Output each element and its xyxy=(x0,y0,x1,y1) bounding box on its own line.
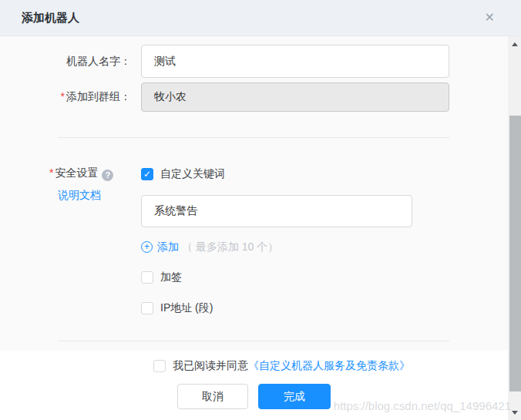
security-options-column: ✓ 自定义关键词 + 添加 （ 最多添加 10 个） 加签 IP地址 (段) xyxy=(141,166,412,316)
add-keyword-row: + 添加 （ 最多添加 10 个） xyxy=(141,240,412,254)
group-cell xyxy=(141,82,449,112)
plus-circle-icon[interactable]: + xyxy=(141,241,153,253)
button-row: 取消 完成 xyxy=(0,384,508,409)
agreement-text: 我已阅读并同意 xyxy=(173,359,248,373)
robot-name-input[interactable] xyxy=(141,45,449,78)
required-asterisk: * xyxy=(61,90,65,102)
dialog-footer: 我已阅读并同意 《自定义机器人服务及免责条款》 取消 完成 xyxy=(0,351,521,420)
done-button[interactable]: 完成 xyxy=(258,384,331,409)
keyword-checkbox-checked[interactable]: ✓ xyxy=(141,168,153,180)
help-question-icon[interactable]: ? xyxy=(102,170,113,181)
scrollbar-track[interactable] xyxy=(508,36,521,420)
add-keyword-hint: （ 最多添加 10 个） xyxy=(182,240,278,254)
cancel-button[interactable]: 取消 xyxy=(177,384,248,409)
ip-checkbox[interactable] xyxy=(141,302,153,314)
group-label: *添加到群组： xyxy=(0,90,131,104)
divider-top xyxy=(58,137,449,138)
sign-checkbox[interactable] xyxy=(141,271,153,284)
group-input xyxy=(141,82,449,112)
robot-name-label: 机器人名字： xyxy=(0,55,131,69)
scroll-up-button[interactable] xyxy=(508,38,521,50)
security-section: *安全设置? 说明文档 ✓ 自定义关键词 + 添加 （ 最多添加 10 个） 加 xyxy=(0,166,521,316)
robot-name-label-text: 机器人名字： xyxy=(66,55,131,67)
required-asterisk: * xyxy=(49,166,53,179)
keyword-checkbox-row[interactable]: ✓ 自定义关键词 xyxy=(141,166,412,182)
security-label: *安全设置? xyxy=(49,166,131,181)
dialog-header: 添加机器人 ✕ xyxy=(0,0,521,36)
agreement-terms-link[interactable]: 《自定义机器人服务及免责条款》 xyxy=(248,359,410,373)
security-label-text: 安全设置 xyxy=(55,166,98,179)
sign-checkbox-row[interactable]: 加签 xyxy=(141,270,412,285)
robot-name-cell xyxy=(141,45,449,78)
arrow-up-icon xyxy=(512,42,518,46)
keyword-checkbox-label: 自定义关键词 xyxy=(160,167,225,181)
sign-checkbox-label: 加签 xyxy=(160,270,182,284)
arrow-down-icon xyxy=(512,411,518,415)
doc-link[interactable]: 说明文档 xyxy=(58,189,101,203)
agreement-checkbox[interactable] xyxy=(153,360,166,372)
close-icon[interactable]: ✕ xyxy=(485,12,495,24)
keyword-input[interactable] xyxy=(141,195,412,227)
dialog-body: 机器人名字： *添加到群组： *安全设置? 说明文档 ✓ xyxy=(0,36,521,341)
dialog-title: 添加机器人 xyxy=(22,11,79,25)
add-keyword-link[interactable]: 添加 xyxy=(157,240,179,254)
divider-bottom xyxy=(58,341,449,341)
security-label-column: *安全设置? 说明文档 xyxy=(0,166,131,316)
scrollbar-thumb[interactable] xyxy=(509,116,521,391)
scroll-down-button[interactable] xyxy=(508,406,521,418)
add-robot-dialog: 添加机器人 ✕ 机器人名字： *添加到群组： *安全设置? 说明文 xyxy=(0,0,521,420)
ip-checkbox-label: IP地址 (段) xyxy=(160,301,213,315)
agreement-row: 我已阅读并同意 《自定义机器人服务及免责条款》 xyxy=(42,358,521,374)
group-label-text: 添加到群组： xyxy=(66,90,131,102)
ip-checkbox-row[interactable]: IP地址 (段) xyxy=(141,301,412,316)
robot-form: 机器人名字： *添加到群组： xyxy=(0,45,521,112)
